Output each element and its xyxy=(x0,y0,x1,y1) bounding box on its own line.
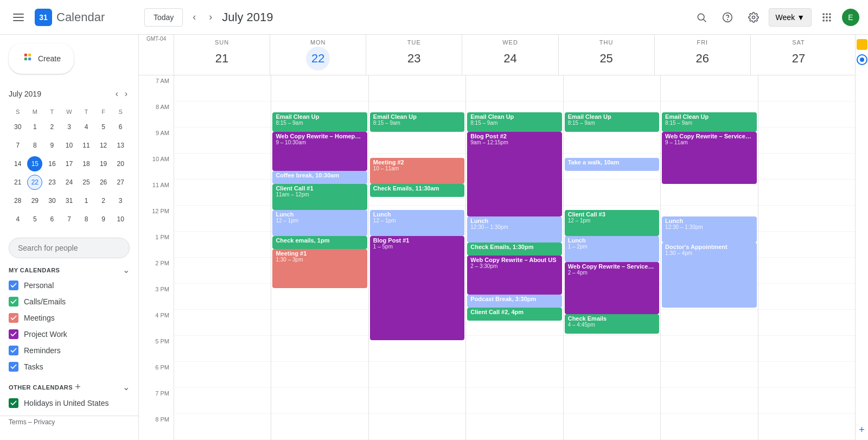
calendar-item[interactable]: Tasks xyxy=(0,359,138,375)
day-number[interactable]: 21 xyxy=(210,47,234,71)
hour-cell[interactable] xyxy=(466,75,563,101)
calendar-event[interactable]: Take a walk, 10am xyxy=(565,158,659,171)
settings-button[interactable] xyxy=(743,7,764,28)
calendar-event[interactable]: Lunch12 – 1pm xyxy=(272,210,367,236)
hour-cell[interactable] xyxy=(758,388,855,414)
calendar-event[interactable]: Coffee break, 10:30am xyxy=(272,171,367,184)
calendar-item[interactable]: Meetings xyxy=(0,310,138,326)
hour-cell[interactable] xyxy=(174,362,271,388)
calendar-item[interactable]: Personal xyxy=(0,277,138,294)
calendar-event[interactable]: Blog Post #11 – 5pm xyxy=(370,236,464,340)
hour-cell[interactable] xyxy=(174,154,271,180)
calendar-item[interactable]: Holidays in United States xyxy=(0,395,138,411)
hour-cell[interactable] xyxy=(661,414,757,440)
day-number[interactable]: 25 xyxy=(595,47,618,71)
hour-cell[interactable] xyxy=(758,336,855,362)
create-button[interactable]: Create xyxy=(9,43,74,74)
day-number[interactable]: 24 xyxy=(498,47,522,71)
calendar-event[interactable]: Meeting #210 – 11am xyxy=(370,158,464,184)
calendar-checkbox[interactable] xyxy=(9,297,18,307)
hour-cell[interactable] xyxy=(174,388,271,414)
hour-cell[interactable] xyxy=(564,75,660,101)
hour-cell[interactable] xyxy=(174,284,271,310)
hour-cell[interactable] xyxy=(466,388,563,414)
hour-cell[interactable] xyxy=(564,414,660,440)
hour-cell[interactable] xyxy=(369,414,465,440)
hour-cell[interactable] xyxy=(271,414,368,440)
day-number[interactable]: 26 xyxy=(691,47,714,71)
hour-cell[interactable] xyxy=(369,75,465,101)
hour-cell[interactable] xyxy=(758,75,855,101)
hour-cell[interactable] xyxy=(758,206,855,232)
mini-next-button[interactable]: › xyxy=(123,87,130,101)
hour-cell[interactable] xyxy=(758,414,855,440)
calendar-event[interactable]: Web Copy Rewrite – Services #29 – 11am xyxy=(662,132,756,184)
calendar-checkbox[interactable] xyxy=(9,346,18,355)
terms-link[interactable]: Terms xyxy=(9,418,27,426)
calendar-event[interactable]: Client Call #111am – 12pm xyxy=(272,184,367,210)
calendar-event[interactable]: Client Call #312 – 1pm xyxy=(565,210,659,236)
hour-cell[interactable] xyxy=(369,388,465,414)
hour-cell[interactable] xyxy=(466,336,563,362)
hour-cell[interactable] xyxy=(369,362,465,388)
privacy-link[interactable]: Privacy xyxy=(34,418,55,426)
calendar-checkbox[interactable] xyxy=(9,313,18,323)
hour-cell[interactable] xyxy=(758,180,855,206)
calendar-event[interactable]: Web Copy Rewrite – Services #12 – 4pm xyxy=(565,262,659,314)
calendar-event[interactable]: Check emails, 1pm xyxy=(272,236,367,249)
calendar-event[interactable]: Email Clean Up8:15 – 9am xyxy=(370,112,464,132)
calendar-item[interactable]: Reminders xyxy=(0,342,138,359)
hour-cell[interactable] xyxy=(564,362,660,388)
calendar-event[interactable]: Meeting #11:30 – 3pm xyxy=(272,249,367,288)
hour-cell[interactable] xyxy=(758,101,855,127)
hour-cell[interactable] xyxy=(466,362,563,388)
day-number[interactable]: 27 xyxy=(787,47,810,71)
calendar-event[interactable]: Lunch12:30 – 1:30pm xyxy=(662,216,756,243)
calendar-checkbox[interactable] xyxy=(9,280,18,290)
calendar-event[interactable]: Blog Post #29am – 12:15pm xyxy=(467,132,561,216)
prev-button[interactable]: ‹ xyxy=(189,8,199,26)
hour-cell[interactable] xyxy=(174,336,271,362)
hour-cell[interactable] xyxy=(174,232,271,258)
menu-button[interactable] xyxy=(9,7,30,28)
hour-cell[interactable] xyxy=(271,310,368,336)
calendar-event[interactable]: Email Clean Up8:15 – 9am xyxy=(467,112,561,132)
calendar-event[interactable]: Client Call #2, 4pm xyxy=(467,308,561,321)
hour-cell[interactable] xyxy=(564,388,660,414)
calendar-event[interactable]: Lunch12 – 1pm xyxy=(370,210,464,236)
calendar-event[interactable]: Check Emails4 – 4:45pm xyxy=(565,314,659,334)
hour-cell[interactable] xyxy=(174,258,271,284)
calendar-event[interactable]: Web Copy Rewrite – About US2 – 3:30pm xyxy=(467,256,561,295)
calendar-event[interactable]: Lunch1 – 2pm xyxy=(565,236,659,262)
calendar-event[interactable]: Email Clean Up8:15 – 9am xyxy=(272,112,367,132)
hour-cell[interactable] xyxy=(564,180,660,206)
hour-cell[interactable] xyxy=(758,362,855,388)
calendar-event[interactable]: Web Copy Rewrite – Homepage9 – 10:30am xyxy=(272,132,367,171)
calendar-event[interactable]: Check Emails, 1:30pm xyxy=(467,243,561,256)
day-number[interactable]: 22 xyxy=(306,47,330,71)
calendar-event[interactable]: Email Clean Up8:15 – 9am xyxy=(565,112,659,132)
hour-cell[interactable] xyxy=(174,414,271,440)
calendar-event[interactable]: Podcast Break, 3:30pm xyxy=(467,295,561,308)
calendar-checkbox[interactable] xyxy=(9,362,18,372)
hour-cell[interactable] xyxy=(758,310,855,336)
hour-cell[interactable] xyxy=(758,154,855,180)
calendar-checkbox[interactable] xyxy=(9,398,18,408)
hour-cell[interactable] xyxy=(661,388,757,414)
calendar-checkbox[interactable] xyxy=(9,329,18,339)
add-other-calendar-icon[interactable]: + xyxy=(75,381,81,393)
mini-prev-button[interactable]: ‹ xyxy=(113,87,120,101)
hour-cell[interactable] xyxy=(174,310,271,336)
calendar-scroll[interactable]: 7 AM8 AM9 AM10 AM11 AM12 PM1 PM2 PM3 PM4… xyxy=(139,75,855,440)
help-button[interactable] xyxy=(717,7,738,28)
calendar-item[interactable]: Project Work xyxy=(0,326,138,342)
hour-cell[interactable] xyxy=(271,75,368,101)
hour-cell[interactable] xyxy=(271,336,368,362)
calendar-event[interactable]: Lunch12:30 – 1:30pm xyxy=(467,216,561,243)
hour-cell[interactable] xyxy=(466,414,563,440)
calendar-item[interactable]: Calls/Emails xyxy=(0,294,138,310)
hour-cell[interactable] xyxy=(564,336,660,362)
hour-cell[interactable] xyxy=(174,127,271,154)
hour-cell[interactable] xyxy=(174,206,271,232)
hour-cell[interactable] xyxy=(758,284,855,310)
